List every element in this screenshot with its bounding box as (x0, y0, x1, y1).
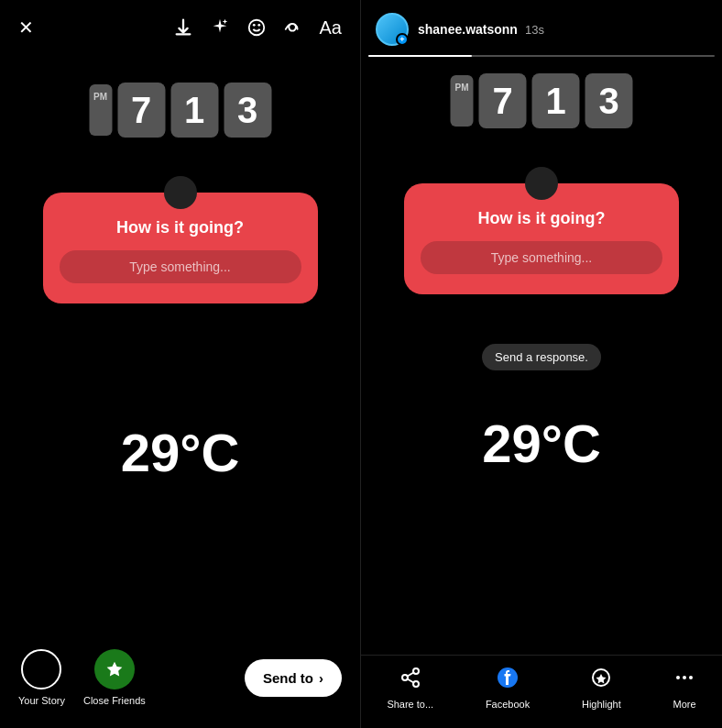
your-story-option[interactable]: Your Story (18, 649, 65, 706)
question-text: How is it going? (116, 218, 244, 237)
download-icon[interactable] (173, 17, 193, 38)
close-friends-option[interactable]: Close Friends (83, 649, 146, 706)
sparkle-icon[interactable] (210, 17, 230, 38)
share-action[interactable]: Share to... (387, 667, 433, 710)
avatar: + (376, 13, 409, 46)
svg-point-12 (676, 676, 680, 679)
right-clock-minute-tens: 1 (532, 73, 580, 128)
progress-bar-fill (368, 55, 472, 57)
font-icon[interactable]: Aa (320, 17, 342, 39)
user-row: + shanee.watsonn 13s (361, 0, 722, 55)
close-friends-label: Close Friends (83, 695, 146, 706)
right-clock-am-pm: PM (451, 75, 474, 127)
svg-point-14 (689, 676, 693, 679)
more-icon (673, 667, 695, 694)
story-options: Your Story Close Friends (18, 649, 146, 706)
user-info: shanee.watsonn 13s (418, 22, 544, 37)
clock-minute-tens: 1 (170, 83, 218, 138)
tooltip: Send a response. (482, 344, 601, 370)
right-card-nub (525, 167, 558, 200)
scribble-icon[interactable] (283, 17, 303, 38)
right-question-text: How is it going? (478, 209, 606, 228)
username: shanee.watsonn (418, 22, 518, 37)
left-panel: ✕ (0, 0, 361, 728)
bottom-bar: Your Story Close Friends Send to › (0, 634, 360, 728)
time-ago: 13s (525, 23, 544, 37)
svg-marker-11 (596, 674, 607, 684)
facebook-label: Facebook (486, 699, 530, 710)
right-clock-hour: 7 (479, 73, 527, 128)
clock-hour: 7 (117, 83, 165, 138)
progress-bar (368, 55, 715, 57)
close-icon[interactable]: ✕ (18, 17, 34, 39)
card-nub (164, 176, 197, 209)
right-bottom-bar: Share to... Facebook Highlight (361, 655, 722, 728)
highlight-action[interactable]: Highlight (582, 667, 621, 710)
plus-badge: + (396, 33, 409, 46)
your-story-label: Your Story (18, 695, 65, 706)
top-bar: ✕ (0, 0, 360, 50)
send-to-button[interactable]: Send to › (245, 659, 342, 697)
your-story-circle (21, 649, 61, 689)
right-panel: + shanee.watsonn 13s PM 7 1 3 How is it … (361, 0, 722, 728)
right-clock: PM 7 1 3 (451, 73, 633, 128)
right-response-input[interactable]: Type something... (421, 241, 662, 274)
close-friends-circle (94, 649, 135, 689)
svg-marker-3 (107, 662, 123, 677)
facebook-icon (497, 667, 519, 694)
share-icon (399, 667, 421, 694)
more-label: More (673, 699, 696, 710)
svg-line-8 (407, 673, 413, 677)
top-bar-icons: Aa (173, 17, 342, 39)
face-icon[interactable] (246, 17, 267, 38)
svg-point-13 (683, 676, 686, 679)
clock: PM 7 1 3 (89, 83, 271, 138)
highlight-icon (590, 667, 612, 694)
send-to-label: Send to (263, 670, 313, 686)
question-card: How is it going? Type something... (43, 193, 318, 303)
send-to-arrow: › (319, 670, 323, 686)
clock-minute-ones: 3 (224, 83, 271, 138)
more-action[interactable]: More (673, 667, 696, 710)
right-question-card: How is it going? Type something... (404, 183, 679, 294)
right-clock-minute-ones: 3 (585, 73, 633, 128)
share-label: Share to... (387, 699, 433, 710)
svg-line-7 (407, 679, 413, 683)
clock-am-pm: PM (89, 84, 112, 136)
temperature: 29°C (121, 422, 240, 483)
facebook-action[interactable]: Facebook (486, 667, 530, 710)
right-temperature: 29°C (482, 413, 601, 474)
highlight-label: Highlight (582, 699, 621, 710)
response-input[interactable]: Type something... (60, 250, 301, 283)
svg-point-0 (248, 20, 264, 36)
